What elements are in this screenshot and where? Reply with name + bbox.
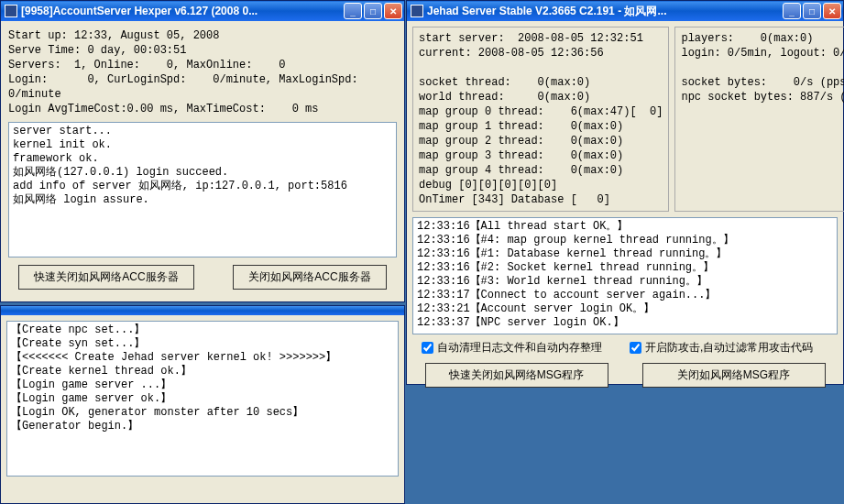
maximize-button[interactable]: □ [803, 3, 821, 19]
minimize-button[interactable]: _ [344, 3, 362, 19]
titlebar[interactable]: Jehad Server Stable V2.3665 C2.191 - 如风网… [407, 1, 843, 21]
status-text: Start up: 12:33, August 05, 2008 Serve T… [8, 28, 397, 116]
stats-left: start server: 2008-08-05 12:32:51 curren… [412, 27, 669, 212]
log-box[interactable]: server start... kernel init ok. framewor… [8, 122, 397, 257]
window-title: [9958]AccountServer Hexper v6.127 (2008 … [21, 5, 344, 17]
minimize-button[interactable]: _ [783, 3, 801, 19]
bottom-log-window: 【Create npc set...】 【Create syn set...】 … [0, 305, 405, 504]
auto-clean-checkbox[interactable]: 自动清理日志文件和自动内存整理 [422, 340, 602, 356]
titlebar[interactable]: [9958]AccountServer Hexper v6.127 (2008 … [1, 1, 404, 21]
fast-close-acc-button[interactable]: 快速关闭如风网络ACC服务器 [18, 265, 193, 290]
close-acc-button[interactable]: 关闭如风网络ACC服务器 [233, 265, 386, 290]
window-title: Jehad Server Stable V2.3665 C2.191 - 如风网… [427, 4, 783, 19]
app-icon [5, 5, 17, 17]
log-box[interactable]: 12:33:16【All thread start OK。】 12:33:16【… [412, 217, 838, 334]
account-server-window: [9958]AccountServer Hexper v6.127 (2008 … [0, 0, 405, 302]
close-msg-button[interactable]: 关闭如风网络MSG程序 [642, 363, 826, 388]
auto-clean-input[interactable] [422, 342, 433, 354]
stats-right: players: 0(max:0) login: 0/5min, logout:… [674, 27, 844, 212]
log-box[interactable]: 【Create npc set...】 【Create syn set...】 … [6, 321, 399, 477]
titlebar[interactable] [1, 306, 404, 315]
fast-close-msg-button[interactable]: 快速关闭如风网络MSG程序 [425, 363, 608, 388]
close-button[interactable]: ✕ [384, 3, 402, 19]
defense-checkbox[interactable]: 开启防攻击,自动过滤常用攻击代码 [630, 340, 813, 356]
close-button[interactable]: ✕ [823, 3, 841, 19]
maximize-button[interactable]: □ [364, 3, 382, 19]
app-icon [411, 5, 423, 17]
jehad-server-window: Jehad Server Stable V2.3665 C2.191 - 如风网… [406, 0, 844, 385]
defense-input[interactable] [630, 342, 641, 354]
